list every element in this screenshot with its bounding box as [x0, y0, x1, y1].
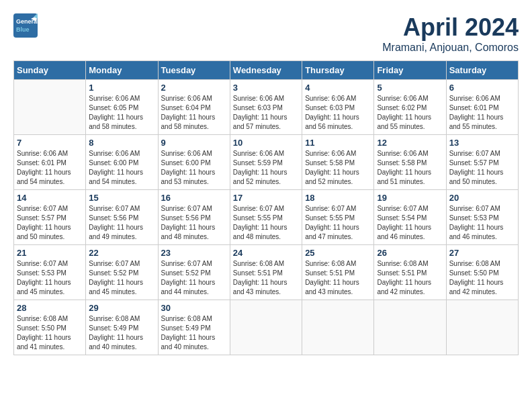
day-info: Sunrise: 6:07 AM Sunset: 5:57 PM Dayligh…: [449, 149, 515, 187]
day-info: Sunrise: 6:06 AM Sunset: 6:03 PM Dayligh…: [305, 94, 371, 132]
day-info: Sunrise: 6:07 AM Sunset: 5:53 PM Dayligh…: [449, 204, 515, 242]
week-row-3: 21Sunrise: 6:07 AM Sunset: 5:53 PM Dayli…: [14, 245, 519, 300]
weekday-header-wednesday: Wednesday: [230, 61, 302, 80]
day-number: 29: [89, 303, 154, 313]
calendar-cell: 1Sunrise: 6:06 AM Sunset: 6:05 PM Daylig…: [86, 80, 158, 135]
calendar-cell: 13Sunrise: 6:07 AM Sunset: 5:57 PM Dayli…: [446, 135, 518, 190]
day-info: Sunrise: 6:08 AM Sunset: 5:51 PM Dayligh…: [377, 259, 443, 297]
day-number: 22: [89, 248, 154, 258]
day-info: Sunrise: 6:06 AM Sunset: 5:58 PM Dayligh…: [377, 149, 443, 187]
calendar-cell: 8Sunrise: 6:06 AM Sunset: 6:00 PM Daylig…: [86, 135, 158, 190]
day-info: Sunrise: 6:08 AM Sunset: 5:49 PM Dayligh…: [89, 314, 154, 352]
day-number: 6: [449, 83, 515, 93]
week-row-2: 14Sunrise: 6:07 AM Sunset: 5:57 PM Dayli…: [14, 190, 519, 245]
day-number: 14: [17, 193, 83, 203]
calendar-cell: 11Sunrise: 6:06 AM Sunset: 5:58 PM Dayli…: [302, 135, 374, 190]
calendar-cell: 2Sunrise: 6:06 AM Sunset: 6:04 PM Daylig…: [158, 80, 230, 135]
day-info: Sunrise: 6:07 AM Sunset: 5:52 PM Dayligh…: [89, 259, 154, 297]
weekday-header-monday: Monday: [86, 61, 158, 80]
day-number: 16: [161, 193, 227, 203]
day-number: 13: [449, 138, 515, 148]
weekday-header-row: SundayMondayTuesdayWednesdayThursdayFrid…: [14, 61, 519, 80]
calendar-cell: 17Sunrise: 6:07 AM Sunset: 5:55 PM Dayli…: [230, 190, 302, 245]
day-number: 23: [161, 248, 227, 258]
weekday-header-thursday: Thursday: [302, 61, 374, 80]
calendar-cell: 10Sunrise: 6:06 AM Sunset: 5:59 PM Dayli…: [230, 135, 302, 190]
weekday-header-friday: Friday: [374, 61, 446, 80]
calendar-cell: 12Sunrise: 6:06 AM Sunset: 5:58 PM Dayli…: [374, 135, 446, 190]
day-number: 10: [233, 138, 299, 148]
day-number: 11: [305, 138, 371, 148]
calendar-cell: 20Sunrise: 6:07 AM Sunset: 5:53 PM Dayli…: [446, 190, 518, 245]
day-number: 30: [161, 303, 227, 313]
calendar-cell: 30Sunrise: 6:08 AM Sunset: 5:49 PM Dayli…: [158, 300, 230, 355]
day-info: Sunrise: 6:06 AM Sunset: 6:03 PM Dayligh…: [233, 94, 299, 132]
day-info: Sunrise: 6:06 AM Sunset: 6:02 PM Dayligh…: [377, 94, 443, 132]
calendar-cell: 18Sunrise: 6:07 AM Sunset: 5:55 PM Dayli…: [302, 190, 374, 245]
day-number: 8: [89, 138, 154, 148]
calendar-cell: 16Sunrise: 6:07 AM Sunset: 5:56 PM Dayli…: [158, 190, 230, 245]
day-info: Sunrise: 6:07 AM Sunset: 5:52 PM Dayligh…: [161, 259, 227, 297]
day-number: 19: [377, 193, 443, 203]
day-number: 1: [89, 83, 154, 93]
day-info: Sunrise: 6:06 AM Sunset: 5:59 PM Dayligh…: [233, 149, 299, 187]
day-info: Sunrise: 6:08 AM Sunset: 5:50 PM Dayligh…: [449, 259, 515, 297]
calendar-cell: 27Sunrise: 6:08 AM Sunset: 5:50 PM Dayli…: [446, 245, 518, 300]
calendar-cell: [14, 80, 86, 135]
day-info: Sunrise: 6:06 AM Sunset: 6:00 PM Dayligh…: [161, 149, 227, 187]
calendar-cell: [302, 300, 374, 355]
day-info: Sunrise: 6:06 AM Sunset: 6:04 PM Dayligh…: [161, 94, 227, 132]
day-number: 9: [161, 138, 227, 148]
day-number: 12: [377, 138, 443, 148]
day-info: Sunrise: 6:07 AM Sunset: 5:56 PM Dayligh…: [161, 204, 227, 242]
day-number: 4: [305, 83, 371, 93]
logo-icon: General Blue: [13, 13, 38, 38]
day-info: Sunrise: 6:06 AM Sunset: 6:01 PM Dayligh…: [449, 94, 515, 132]
weekday-header-sunday: Sunday: [14, 61, 86, 80]
calendar-cell: [374, 300, 446, 355]
calendar-cell: 25Sunrise: 6:08 AM Sunset: 5:51 PM Dayli…: [302, 245, 374, 300]
calendar-cell: 26Sunrise: 6:08 AM Sunset: 5:51 PM Dayli…: [374, 245, 446, 300]
day-number: 28: [17, 303, 83, 313]
day-info: Sunrise: 6:07 AM Sunset: 5:57 PM Dayligh…: [17, 204, 83, 242]
day-number: 25: [305, 248, 371, 258]
day-info: Sunrise: 6:06 AM Sunset: 6:05 PM Dayligh…: [89, 94, 154, 132]
week-row-0: 1Sunrise: 6:06 AM Sunset: 6:05 PM Daylig…: [14, 80, 519, 135]
calendar-cell: 4Sunrise: 6:06 AM Sunset: 6:03 PM Daylig…: [302, 80, 374, 135]
day-info: Sunrise: 6:07 AM Sunset: 5:53 PM Dayligh…: [17, 259, 83, 297]
calendar-cell: 22Sunrise: 6:07 AM Sunset: 5:52 PM Dayli…: [86, 245, 158, 300]
day-number: 5: [377, 83, 443, 93]
calendar-cell: 5Sunrise: 6:06 AM Sunset: 6:02 PM Daylig…: [374, 80, 446, 135]
day-info: Sunrise: 6:06 AM Sunset: 6:01 PM Dayligh…: [17, 149, 83, 187]
calendar-cell: [446, 300, 518, 355]
day-info: Sunrise: 6:07 AM Sunset: 5:55 PM Dayligh…: [233, 204, 299, 242]
calendar-cell: [230, 300, 302, 355]
week-row-4: 28Sunrise: 6:08 AM Sunset: 5:50 PM Dayli…: [14, 300, 519, 355]
day-number: 3: [233, 83, 299, 93]
calendar-cell: 21Sunrise: 6:07 AM Sunset: 5:53 PM Dayli…: [14, 245, 86, 300]
day-info: Sunrise: 6:06 AM Sunset: 6:00 PM Dayligh…: [89, 149, 154, 187]
calendar-cell: 24Sunrise: 6:08 AM Sunset: 5:51 PM Dayli…: [230, 245, 302, 300]
day-info: Sunrise: 6:08 AM Sunset: 5:51 PM Dayligh…: [233, 259, 299, 297]
location: Mramani, Anjouan, Comoros: [382, 42, 519, 54]
day-number: 27: [449, 248, 515, 258]
calendar-cell: 29Sunrise: 6:08 AM Sunset: 5:49 PM Dayli…: [86, 300, 158, 355]
page-header: General Blue April 2024 Mramani, Anjouan…: [13, 13, 519, 54]
calendar-table: SundayMondayTuesdayWednesdayThursdayFrid…: [13, 60, 519, 355]
day-number: 7: [17, 138, 83, 148]
day-number: 21: [17, 248, 83, 258]
day-info: Sunrise: 6:08 AM Sunset: 5:51 PM Dayligh…: [305, 259, 371, 297]
day-number: 26: [377, 248, 443, 258]
calendar-cell: 28Sunrise: 6:08 AM Sunset: 5:50 PM Dayli…: [14, 300, 86, 355]
day-info: Sunrise: 6:07 AM Sunset: 5:55 PM Dayligh…: [305, 204, 371, 242]
calendar-cell: 6Sunrise: 6:06 AM Sunset: 6:01 PM Daylig…: [446, 80, 518, 135]
day-info: Sunrise: 6:08 AM Sunset: 5:49 PM Dayligh…: [161, 314, 227, 352]
day-number: 15: [89, 193, 154, 203]
day-number: 2: [161, 83, 227, 93]
day-info: Sunrise: 6:07 AM Sunset: 5:54 PM Dayligh…: [377, 204, 443, 242]
day-number: 20: [449, 193, 515, 203]
day-number: 18: [305, 193, 371, 203]
calendar-cell: 9Sunrise: 6:06 AM Sunset: 6:00 PM Daylig…: [158, 135, 230, 190]
svg-text:Blue: Blue: [16, 26, 30, 33]
day-info: Sunrise: 6:06 AM Sunset: 5:58 PM Dayligh…: [305, 149, 371, 187]
